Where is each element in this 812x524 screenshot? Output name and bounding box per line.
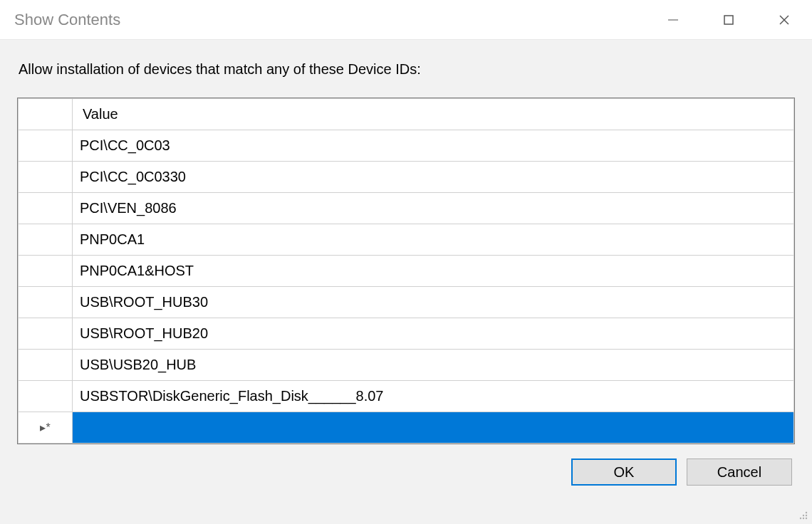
svg-point-6 bbox=[806, 515, 807, 516]
svg-point-7 bbox=[800, 518, 801, 519]
svg-point-8 bbox=[803, 518, 804, 519]
value-cell[interactable]: USB\ROOT_HUB20 bbox=[73, 318, 794, 350]
minimize-icon bbox=[667, 14, 680, 26]
device-id-grid[interactable]: Value PCI\CC_0C03PCI\CC_0C0330PCI\VEN_80… bbox=[17, 98, 795, 444]
value-cell[interactable]: USBSTOR\DiskGeneric_Flash_Disk______8.07 bbox=[73, 381, 794, 412]
value-cell[interactable]: USB\ROOT_HUB30 bbox=[73, 287, 794, 318]
table-row[interactable]: PNP0CA1&HOST bbox=[19, 256, 794, 287]
value-cell[interactable]: USB\USB20_HUB bbox=[73, 350, 794, 381]
row-header-cell[interactable] bbox=[19, 162, 73, 193]
new-row-marker-icon: ▸* bbox=[19, 421, 72, 434]
value-cell[interactable]: PCI\CC_0C0330 bbox=[73, 162, 794, 193]
table-row[interactable]: PCI\CC_0C0330 bbox=[19, 162, 794, 193]
table-row[interactable]: PCI\VEN_8086 bbox=[19, 193, 794, 224]
row-header-cell[interactable] bbox=[19, 224, 73, 256]
window-controls bbox=[645, 0, 812, 39]
resize-grip-icon[interactable] bbox=[796, 508, 809, 521]
value-cell[interactable]: PNP0CA1&HOST bbox=[73, 256, 794, 287]
instruction-label: Allow installation of devices that match… bbox=[19, 61, 795, 78]
row-header-cell[interactable] bbox=[19, 318, 73, 350]
value-cell[interactable]: PCI\VEN_8086 bbox=[73, 193, 794, 224]
new-row[interactable]: ▸* bbox=[19, 412, 794, 444]
ok-button[interactable]: OK bbox=[571, 459, 677, 486]
button-bar: OK Cancel bbox=[17, 444, 795, 486]
new-row-marker-cell: ▸* bbox=[19, 412, 73, 444]
row-header-cell[interactable] bbox=[19, 256, 73, 287]
row-header-cell[interactable] bbox=[19, 287, 73, 318]
svg-point-4 bbox=[806, 512, 807, 513]
row-header-corner bbox=[19, 99, 73, 130]
table-row[interactable]: USB\USB20_HUB bbox=[19, 350, 794, 381]
window-title: Show Contents bbox=[14, 11, 120, 29]
close-button[interactable] bbox=[756, 0, 812, 39]
svg-point-5 bbox=[803, 515, 804, 516]
table-row[interactable]: PCI\CC_0C03 bbox=[19, 130, 794, 162]
value-cell[interactable]: PNP0CA1 bbox=[73, 224, 794, 256]
maximize-button[interactable] bbox=[701, 0, 756, 39]
table-row[interactable]: USBSTOR\DiskGeneric_Flash_Disk______8.07 bbox=[19, 381, 794, 412]
table-row[interactable]: USB\ROOT_HUB20 bbox=[19, 318, 794, 350]
row-header-cell[interactable] bbox=[19, 350, 73, 381]
dialog-content: Allow installation of devices that match… bbox=[0, 40, 812, 524]
value-cell[interactable]: PCI\CC_0C03 bbox=[73, 130, 794, 162]
row-header-cell[interactable] bbox=[19, 130, 73, 162]
svg-rect-1 bbox=[724, 16, 733, 24]
maximize-icon bbox=[722, 14, 735, 26]
row-header-cell[interactable] bbox=[19, 193, 73, 224]
cancel-button[interactable]: Cancel bbox=[687, 459, 792, 486]
close-icon bbox=[778, 14, 791, 26]
minimize-button[interactable] bbox=[645, 0, 701, 39]
titlebar: Show Contents bbox=[0, 0, 812, 40]
new-row-input[interactable] bbox=[73, 412, 794, 444]
table-row[interactable]: USB\ROOT_HUB30 bbox=[19, 287, 794, 318]
table-row[interactable]: PNP0CA1 bbox=[19, 224, 794, 256]
row-header-cell[interactable] bbox=[19, 381, 73, 412]
column-header-value[interactable]: Value bbox=[73, 99, 794, 130]
svg-point-9 bbox=[806, 518, 807, 519]
